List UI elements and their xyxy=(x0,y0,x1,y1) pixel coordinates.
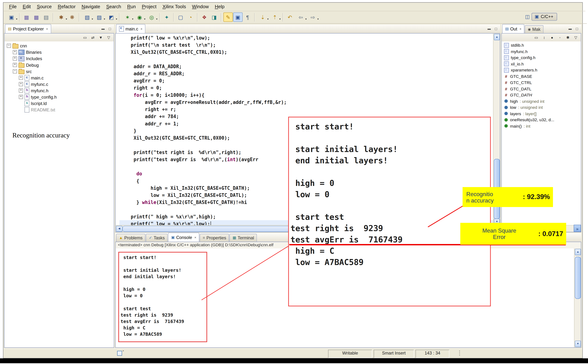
tab-terminal[interactable]: Terminal xyxy=(230,234,257,241)
save-button[interactable]: ▦ xyxy=(22,12,31,22)
console-vertical-scrollbar[interactable] xyxy=(574,248,581,347)
xilinx-tools-button[interactable]: ❖ xyxy=(200,12,209,22)
menu-item[interactable]: Edit xyxy=(20,3,33,10)
print-button[interactable]: ▤ xyxy=(41,12,51,22)
maximize-button[interactable] xyxy=(574,26,580,32)
link-with-editor-button[interactable]: ⇄ xyxy=(90,34,96,40)
status-indicator-icon[interactable] xyxy=(117,351,122,356)
new-class-button[interactable]: ◩ xyxy=(106,12,117,22)
sort-button[interactable]: ↕ xyxy=(541,34,547,40)
tree-expander-icon[interactable] xyxy=(13,69,17,73)
sdk-terminal-button[interactable]: ◨ xyxy=(209,12,219,22)
scroll-down-icon[interactable] xyxy=(575,341,581,347)
build-button[interactable]: ✱ xyxy=(55,12,67,22)
outline-item[interactable]: type_config.h xyxy=(502,54,581,61)
new-source-button[interactable]: ▧ xyxy=(81,12,93,22)
open-element-button[interactable]: ▢ xyxy=(176,12,185,22)
minimize-button[interactable] xyxy=(486,26,492,32)
collapse-all-button[interactable]: ▭ xyxy=(533,34,540,40)
menu-item[interactable]: File xyxy=(7,3,19,10)
tree-expander-icon[interactable] xyxy=(19,82,23,86)
show-annotations-toggle[interactable]: ▣ xyxy=(233,12,243,22)
close-icon[interactable] xyxy=(46,27,48,31)
menu-item[interactable]: Window xyxy=(189,3,212,10)
debug-button[interactable]: ✶ xyxy=(122,12,134,22)
outline-item[interactable]: main() : int xyxy=(502,123,581,129)
outline-item[interactable]: high : unsigned int xyxy=(502,98,581,104)
view-menu-button[interactable]: ▽ xyxy=(106,34,112,40)
tab-console[interactable]: Console xyxy=(168,233,199,242)
run-button[interactable]: ◉ xyxy=(134,12,146,22)
tab-properties[interactable]: Properties xyxy=(200,234,229,241)
close-icon[interactable] xyxy=(519,27,521,31)
menu-item[interactable]: Xilinx Tools xyxy=(160,3,189,10)
tree-item[interactable]: cnn xyxy=(5,42,114,49)
toolbar-separator[interactable] xyxy=(79,13,79,22)
close-icon[interactable] xyxy=(140,27,142,31)
outline-item[interactable]: GTC_DATL xyxy=(502,86,581,92)
tab-outline[interactable]: Out xyxy=(502,24,524,33)
toolbar-separator[interactable] xyxy=(197,13,198,22)
maximize-button[interactable] xyxy=(107,26,113,32)
toolbar-separator[interactable] xyxy=(221,13,221,22)
tab-main-c[interactable]: main.c xyxy=(116,24,146,33)
tree-item[interactable]: lscript.ld xyxy=(5,100,114,106)
prev-annotation-button[interactable]: ⇡ xyxy=(269,12,281,22)
profile-button[interactable]: ◎ xyxy=(146,12,158,22)
tab-make-targets[interactable]: Mak xyxy=(525,25,543,33)
menu-item[interactable]: Navigate xyxy=(79,3,103,10)
menu-item[interactable]: Help xyxy=(212,3,227,10)
show-whitespace-toggle[interactable]: ¶ xyxy=(243,12,252,22)
menu-item[interactable]: Run xyxy=(124,3,138,10)
hide-static-button[interactable]: ◦ xyxy=(557,34,563,40)
outline-item[interactable]: GTC_CTRL xyxy=(502,79,581,86)
tree-item[interactable]: Includes xyxy=(5,55,114,62)
new-folder-button[interactable]: ▨ xyxy=(94,12,105,22)
toolbar-separator[interactable] xyxy=(254,13,255,22)
hide-nonpublic-button[interactable]: ✱ xyxy=(565,34,571,40)
outline-item[interactable]: xil_io.h xyxy=(502,61,581,67)
menu-item[interactable]: Search xyxy=(103,3,124,10)
perspective-cpp-button[interactable]: ▣ C/C++ xyxy=(532,13,557,21)
tree-expander-icon[interactable] xyxy=(13,63,17,67)
toolbar-separator[interactable] xyxy=(282,13,283,22)
menu-item[interactable]: Source xyxy=(34,3,54,10)
tab-tasks[interactable]: Tasks xyxy=(146,234,168,241)
tree-item[interactable]: Debug xyxy=(5,62,114,68)
menu-item[interactable]: Project xyxy=(139,3,159,10)
scrollbar-thumb[interactable] xyxy=(575,257,581,299)
tree-expander-icon[interactable] xyxy=(19,95,23,99)
scroll-up-icon[interactable] xyxy=(494,34,500,40)
open-perspective-icon[interactable]: ◫ xyxy=(525,14,530,20)
tree-item[interactable]: Binaries xyxy=(5,49,114,55)
minimize-button[interactable] xyxy=(100,26,106,32)
toolbar-separator[interactable] xyxy=(19,13,20,22)
tree-item[interactable]: README.txt xyxy=(5,106,114,113)
toolbar-separator[interactable] xyxy=(159,13,160,22)
mark-occurrences-toggle[interactable]: ✎ xyxy=(223,12,233,22)
tree-expander-icon[interactable] xyxy=(7,44,11,48)
tree-expander-icon[interactable] xyxy=(19,88,23,93)
toolbar-separator[interactable] xyxy=(119,13,120,22)
outline-item[interactable]: oneResult(u32, u32, d... xyxy=(502,117,581,123)
search-button[interactable]: ◔ xyxy=(186,12,195,22)
outline-item[interactable]: layers : layer[] xyxy=(502,110,581,117)
outline-item[interactable]: low : unsigned int xyxy=(502,104,581,110)
tree-item[interactable]: myfunc.c xyxy=(5,81,114,87)
collapse-all-button[interactable]: ▭ xyxy=(82,34,88,40)
tree-expander-icon[interactable] xyxy=(13,50,17,54)
tree-expander-icon[interactable] xyxy=(19,76,23,80)
scroll-right-button[interactable] xyxy=(574,225,581,232)
external-tools-button[interactable]: ✦ xyxy=(162,12,172,22)
new-wizard-button[interactable]: ▣ xyxy=(6,12,17,22)
maximize-button[interactable] xyxy=(493,26,499,32)
tree-item[interactable]: src xyxy=(5,68,114,75)
toolbar-separator[interactable] xyxy=(173,13,174,22)
clean-button[interactable]: ❋ xyxy=(67,12,77,22)
tab-problems[interactable]: Problems xyxy=(116,234,146,241)
filter-button[interactable]: ▼ xyxy=(98,34,104,40)
tree-item[interactable]: type_config.h xyxy=(5,94,114,100)
outline-item[interactable]: myfunc.h xyxy=(502,48,581,54)
scroll-left-icon[interactable] xyxy=(116,226,122,232)
save-all-button[interactable]: ▩ xyxy=(32,12,41,22)
